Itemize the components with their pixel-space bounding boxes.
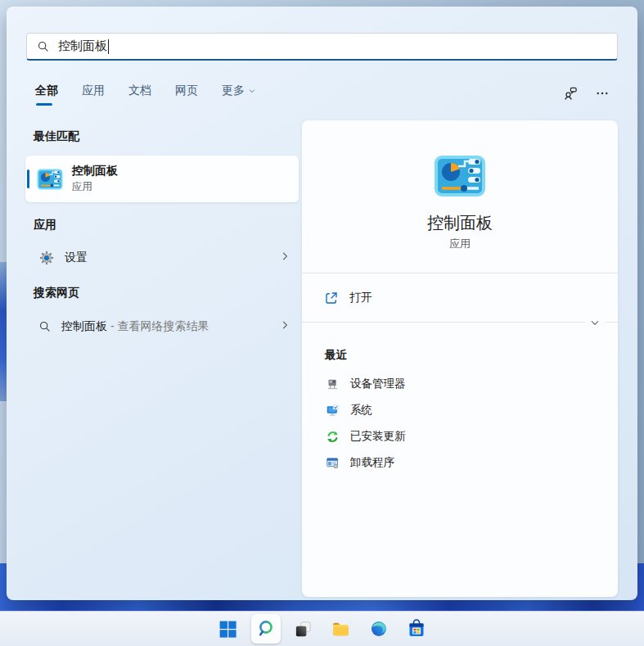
taskbar-edge-button[interactable] [364,614,394,644]
recent-item-label: 已安装更新 [350,429,406,444]
search-icon [38,320,52,333]
recent-item-uninstall-program[interactable]: 卸载程序 [312,449,608,476]
tab-all[interactable]: 全部 [35,84,58,106]
result-settings[interactable]: 设置 [25,242,299,273]
windows-logo-icon [218,619,238,639]
search-tabs: 全部 应用 文档 网页 更多 [35,84,256,106]
search-icon [37,40,50,53]
detail-pane: 控制面板 应用 打开 最近 [302,120,618,597]
divider [302,273,618,273]
taskbar-search-button[interactable] [251,614,281,644]
control-panel-icon [37,166,63,192]
best-match-title: 控制面板 [72,164,118,178]
system-monitor-icon [325,404,340,418]
apps-section-header: 应用 [34,218,56,233]
taskbar-task-view-button[interactable] [289,614,318,644]
search-flyout-panel: 控制面板 全部 应用 文档 网页 更多 最佳匹配 [7,7,637,600]
search-taskbar-icon [256,619,276,639]
search-query-text: 控制面板 [58,38,107,54]
recent-item-label: 系统 [350,403,372,418]
search-header-icons [562,85,610,102]
text-caret [108,39,109,54]
web-section-header: 搜索网页 [34,286,79,300]
file-explorer-icon [331,619,351,639]
recent-header: 最近 [325,348,347,363]
recent-item-system[interactable]: 系统 [312,397,608,423]
open-action[interactable]: 打开 [302,281,618,315]
open-external-icon [324,291,339,305]
detail-app-title: 控制面板 [302,212,618,234]
chevron-down-icon [248,87,256,95]
taskbar-file-explorer-button[interactable] [327,614,356,644]
result-settings-label: 设置 [65,251,88,265]
selection-accent-bar [27,169,29,188]
tab-apps[interactable]: 应用 [82,84,105,106]
best-match-item[interactable]: 控制面板 应用 [25,156,299,202]
tab-more[interactable]: 更多 [222,84,256,106]
task-view-icon [294,620,313,639]
best-match-subtitle: 应用 [72,180,118,194]
best-match-header: 最佳匹配 [34,129,79,144]
taskbar-store-button[interactable] [402,614,431,644]
recent-item-label: 设备管理器 [350,377,406,391]
uninstall-program-icon [325,456,340,470]
result-web-search[interactable]: 控制面板 - 查看网络搜索结果 [25,311,299,342]
open-action-label: 打开 [349,291,372,305]
gear-icon [38,250,55,266]
recent-item-installed-updates[interactable]: 已安装更新 [312,423,608,449]
taskbar [0,611,644,646]
control-panel-icon-large [434,150,486,202]
edge-browser-icon [369,619,389,639]
installed-updates-icon [325,430,340,444]
microsoft-store-icon [407,619,426,639]
tab-documents[interactable]: 文档 [128,84,151,106]
collapse-chevron-icon[interactable] [585,315,605,330]
result-web-search-label: 控制面板 - 查看网络搜索结果 [61,319,209,334]
divider [302,322,618,323]
search-input[interactable]: 控制面板 [26,33,618,61]
device-manager-icon [325,377,340,391]
account-feedback-icon[interactable] [562,85,579,102]
chevron-right-icon[interactable] [279,319,290,334]
tab-web[interactable]: 网页 [175,84,198,106]
taskbar-start-button[interactable] [214,614,243,644]
chevron-right-icon[interactable] [279,251,290,265]
detail-app-type: 应用 [302,237,618,251]
recent-item-label: 卸载程序 [350,455,394,470]
recent-item-device-manager[interactable]: 设备管理器 [312,371,608,397]
more-options-icon[interactable] [595,86,610,101]
